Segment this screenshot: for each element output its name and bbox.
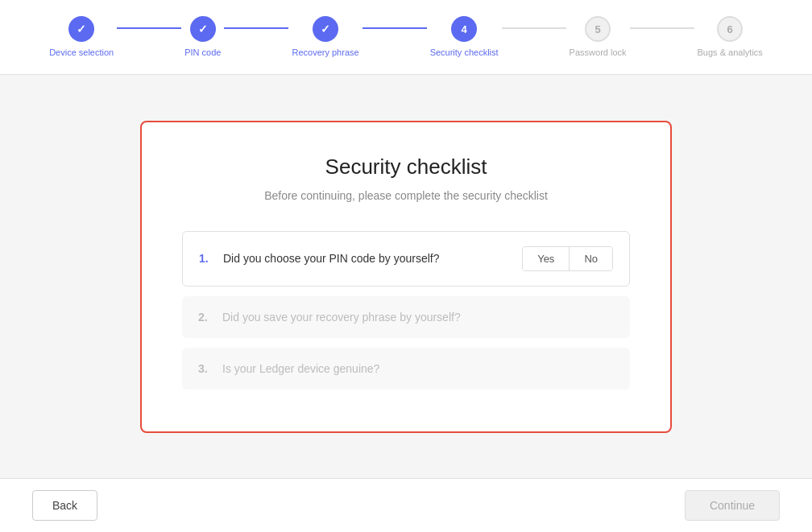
connector-3 — [362, 27, 427, 29]
step-circle-password-lock: 5 — [585, 16, 611, 42]
step-circle-security-checklist: 4 — [451, 16, 477, 42]
connector-4 — [502, 27, 566, 29]
connector-2 — [224, 27, 288, 29]
step-label-security-checklist: Security checklist — [430, 47, 499, 58]
item-2-number: 2. — [198, 311, 214, 324]
item-3-number: 3. — [198, 362, 214, 375]
step-circle-pin-code: ✓ — [190, 16, 216, 42]
stepper: ✓ Device selection ✓ PIN code ✓ Recovery… — [0, 0, 812, 75]
item-1-no-button[interactable]: No — [570, 247, 612, 270]
step-pin-code[interactable]: ✓ PIN code — [184, 16, 221, 58]
step-label-password-lock: Password lock — [570, 47, 627, 58]
step-label-recovery-phrase: Recovery phrase — [292, 47, 358, 58]
step-recovery-phrase[interactable]: ✓ Recovery phrase — [292, 16, 358, 58]
checklist-item-2-left: 2. Did you save your recovery phrase by … — [198, 311, 461, 324]
connector-5 — [630, 27, 694, 29]
step-label-device-selection: Device selection — [49, 47, 114, 58]
step-circle-recovery-phrase: ✓ — [313, 16, 338, 42]
step-number-security-checklist: 4 — [461, 23, 466, 35]
item-1-btn-group: Yes No — [522, 246, 613, 271]
step-number-bugs-analytics: 6 — [727, 23, 733, 35]
checklist-item-1-left: 1. Did you choose your PIN code by yours… — [199, 252, 439, 265]
checklist-item-1: 1. Did you choose your PIN code by yours… — [182, 231, 630, 287]
checklist-item-3: 3. Is your Ledger device genuine? — [182, 348, 630, 390]
step-bugs-analytics[interactable]: 6 Bugs & analytics — [698, 16, 763, 58]
step-check-pin-code: ✓ — [198, 23, 208, 35]
step-check-device-selection: ✓ — [77, 23, 86, 35]
main-content: Security checklist Before continuing, pl… — [0, 75, 812, 478]
step-password-lock[interactable]: 5 Password lock — [570, 16, 627, 58]
footer: Back Continue — [0, 478, 812, 532]
item-1-yes-button[interactable]: Yes — [523, 247, 570, 270]
step-circle-device-selection: ✓ — [68, 16, 94, 42]
back-button[interactable]: Back — [32, 490, 97, 521]
card-title: Security checklist — [182, 155, 630, 179]
item-1-text: Did you choose your PIN code by yourself… — [223, 252, 439, 265]
security-checklist-card: Security checklist Before continuing, pl… — [140, 121, 672, 433]
step-security-checklist[interactable]: 4 Security checklist — [430, 16, 499, 58]
connector-1 — [117, 27, 181, 29]
step-device-selection[interactable]: ✓ Device selection — [49, 16, 114, 58]
step-label-bugs-analytics: Bugs & analytics — [698, 47, 763, 58]
item-1-number: 1. — [199, 252, 215, 265]
stepper-steps: ✓ Device selection ✓ PIN code ✓ Recovery… — [49, 16, 763, 58]
step-check-recovery-phrase: ✓ — [321, 23, 330, 35]
continue-button[interactable]: Continue — [685, 490, 780, 521]
checklist-item-2: 2. Did you save your recovery phrase by … — [182, 296, 630, 338]
item-2-text: Did you save your recovery phrase by you… — [222, 311, 461, 324]
step-circle-bugs-analytics: 6 — [717, 16, 743, 42]
card-subtitle: Before continuing, please complete the s… — [182, 189, 630, 202]
item-3-text: Is your Ledger device genuine? — [222, 362, 379, 375]
checklist-item-3-left: 3. Is your Ledger device genuine? — [198, 362, 379, 375]
step-label-pin-code: PIN code — [184, 47, 221, 58]
step-number-password-lock: 5 — [594, 23, 600, 35]
